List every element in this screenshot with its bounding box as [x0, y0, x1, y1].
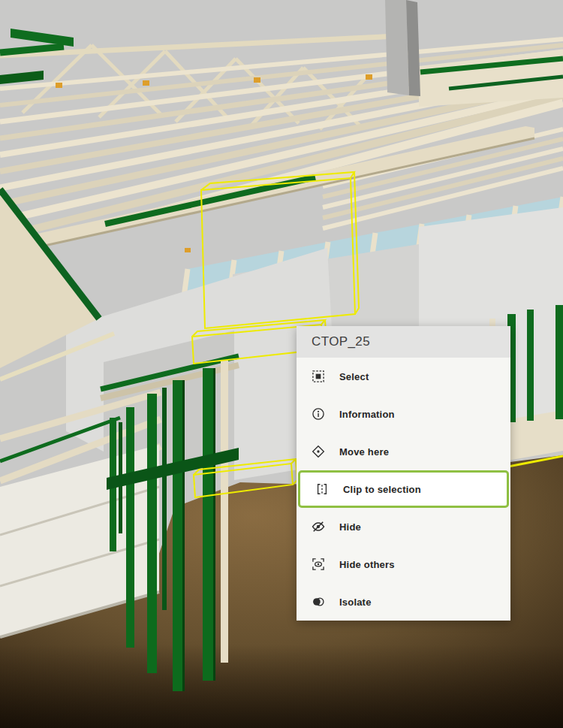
menu-item-hide[interactable]: Hide — [297, 508, 510, 545]
menu-item-label: Clip to selection — [343, 484, 421, 495]
context-menu-title: CTOP_25 — [297, 326, 510, 358]
menu-item-move-here[interactable]: Move here — [297, 433, 510, 470]
menu-item-isolate[interactable]: Isolate — [297, 583, 510, 621]
information-icon — [310, 406, 327, 422]
menu-item-label: Move here — [339, 446, 389, 458]
context-menu: CTOP_25 Select Information Move here — [297, 326, 510, 621]
isolate-icon — [310, 594, 327, 610]
menu-item-label: Hide others — [339, 559, 395, 570]
select-icon — [310, 368, 327, 385]
menu-item-clip-to-selection[interactable]: Clip to selection — [298, 470, 509, 508]
menu-item-select[interactable]: Select — [297, 358, 510, 395]
menu-item-label: Information — [339, 409, 395, 420]
concrete-column — [385, 0, 420, 96]
app-window: CTOP_25 Select Information Move here — [0, 0, 563, 728]
hide-others-icon — [310, 556, 327, 572]
clip-to-selection-icon — [314, 481, 330, 497]
menu-item-information[interactable]: Information — [297, 395, 510, 433]
menu-item-label: Isolate — [339, 597, 372, 608]
menu-item-label: Hide — [339, 521, 361, 533]
menu-item-hide-others[interactable]: Hide others — [297, 545, 510, 583]
context-menu-items: Select Information Move here Clip to sel… — [297, 358, 510, 621]
move-here-icon — [310, 443, 327, 460]
hide-icon — [310, 518, 327, 535]
menu-item-label: Select — [339, 371, 369, 382]
